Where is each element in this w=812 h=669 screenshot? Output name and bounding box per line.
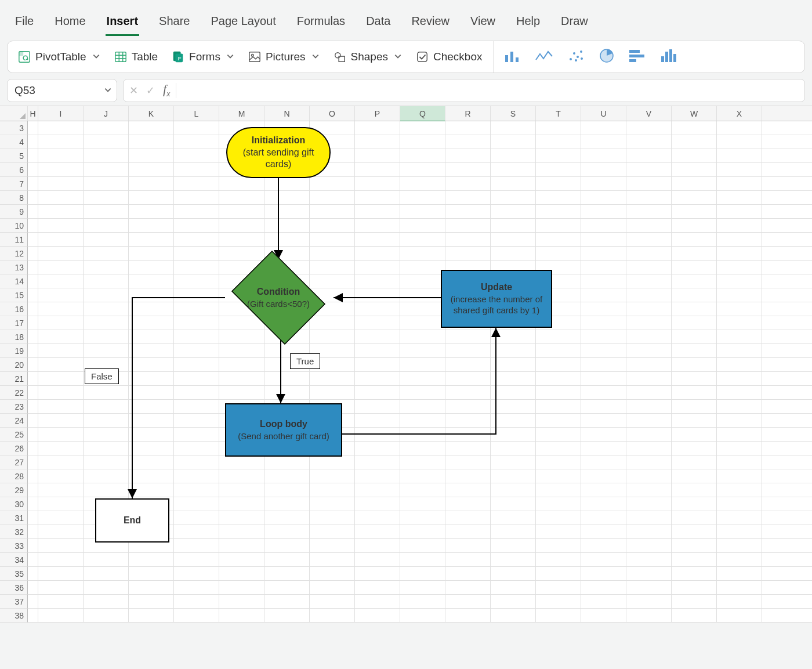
cell[interactable] [84, 455, 129, 469]
cell[interactable] [762, 455, 812, 469]
cell[interactable] [445, 414, 491, 428]
row-header[interactable]: 22 [0, 386, 28, 400]
cell[interactable] [400, 414, 445, 428]
cell[interactable] [129, 163, 174, 177]
cell[interactable] [717, 553, 762, 567]
cell[interactable] [84, 442, 129, 455]
cell[interactable] [445, 567, 491, 581]
cell[interactable] [536, 247, 581, 261]
cell[interactable] [762, 442, 812, 455]
cell[interactable] [445, 442, 491, 455]
cell[interactable] [581, 191, 626, 205]
row-header[interactable]: 31 [0, 511, 28, 525]
cell[interactable] [174, 469, 219, 483]
cell[interactable] [28, 386, 38, 400]
cell[interactable] [310, 233, 355, 247]
cell[interactable] [445, 386, 491, 400]
cell[interactable] [717, 595, 762, 609]
cell[interactable] [536, 567, 581, 581]
cell[interactable] [581, 205, 626, 219]
cell[interactable] [581, 595, 626, 609]
cell[interactable] [84, 567, 129, 581]
cell[interactable] [581, 247, 626, 261]
cell[interactable] [762, 330, 812, 344]
cell[interactable] [400, 455, 445, 469]
cell[interactable] [717, 261, 762, 274]
cell[interactable] [355, 497, 400, 511]
cell[interactable] [672, 414, 717, 428]
cell[interactable] [581, 469, 626, 483]
cell[interactable] [38, 274, 84, 288]
cell[interactable] [129, 302, 174, 316]
cell[interactable] [355, 428, 400, 442]
cell[interactable] [174, 302, 219, 316]
cell[interactable] [536, 497, 581, 511]
cell[interactable] [445, 163, 491, 177]
cell[interactable] [762, 567, 812, 581]
cell[interactable] [129, 609, 174, 623]
cell[interactable] [38, 261, 84, 274]
cell[interactable] [28, 442, 38, 455]
cell[interactable] [129, 553, 174, 567]
cell[interactable] [38, 372, 84, 386]
cell[interactable] [38, 483, 84, 497]
cell[interactable] [38, 247, 84, 261]
cell[interactable] [626, 553, 672, 567]
cell[interactable] [400, 274, 445, 288]
cell[interactable] [581, 233, 626, 247]
column-header[interactable]: X [717, 106, 762, 121]
cell[interactable] [762, 163, 812, 177]
cell[interactable] [174, 177, 219, 191]
cell[interactable] [355, 316, 400, 330]
column-header[interactable]: U [581, 106, 626, 121]
cell[interactable] [28, 344, 38, 358]
cell[interactable] [355, 567, 400, 581]
cell[interactable] [762, 525, 812, 539]
cell[interactable] [491, 219, 536, 233]
cell[interactable] [355, 163, 400, 177]
cell[interactable] [129, 135, 174, 149]
cell[interactable] [174, 135, 219, 149]
cell[interactable] [38, 302, 84, 316]
cancel-formula-icon[interactable]: ✕ [129, 84, 138, 97]
cell[interactable] [491, 149, 536, 163]
histogram-chart-icon[interactable] [661, 48, 677, 66]
cell[interactable] [626, 163, 672, 177]
cell[interactable] [491, 511, 536, 525]
cell[interactable] [310, 219, 355, 233]
row-header[interactable]: 27 [0, 455, 28, 469]
cell[interactable] [84, 191, 129, 205]
cell[interactable] [129, 483, 174, 497]
cell[interactable] [129, 344, 174, 358]
cell[interactable] [762, 414, 812, 428]
pivot-table-button[interactable]: PivotTable [12, 47, 106, 67]
cell[interactable] [717, 497, 762, 511]
cell[interactable] [717, 386, 762, 400]
cell[interactable] [28, 372, 38, 386]
cell[interactable] [38, 149, 84, 163]
cell[interactable] [355, 149, 400, 163]
cell[interactable] [445, 497, 491, 511]
cell[interactable] [717, 358, 762, 372]
cell[interactable] [536, 511, 581, 525]
line-chart-icon[interactable] [535, 49, 553, 64]
cell[interactable] [355, 358, 400, 372]
cell[interactable] [174, 191, 219, 205]
cell[interactable] [38, 219, 84, 233]
cell[interactable] [491, 330, 536, 344]
cell[interactable] [491, 428, 536, 442]
cell[interactable] [174, 553, 219, 567]
cell[interactable] [264, 386, 310, 400]
spreadsheet-grid[interactable]: H I J K L M N O P Q R S T U V W X 345678… [0, 106, 812, 623]
cell[interactable] [310, 539, 355, 553]
bar-chart-icon[interactable] [629, 49, 646, 65]
cell[interactable] [400, 469, 445, 483]
cell[interactable] [581, 525, 626, 539]
cell[interactable] [445, 205, 491, 219]
cell[interactable] [38, 442, 84, 455]
row-header[interactable]: 17 [0, 316, 28, 330]
cell[interactable] [38, 497, 84, 511]
cell[interactable] [536, 191, 581, 205]
cell[interactable] [174, 428, 219, 442]
cell[interactable] [400, 428, 445, 442]
